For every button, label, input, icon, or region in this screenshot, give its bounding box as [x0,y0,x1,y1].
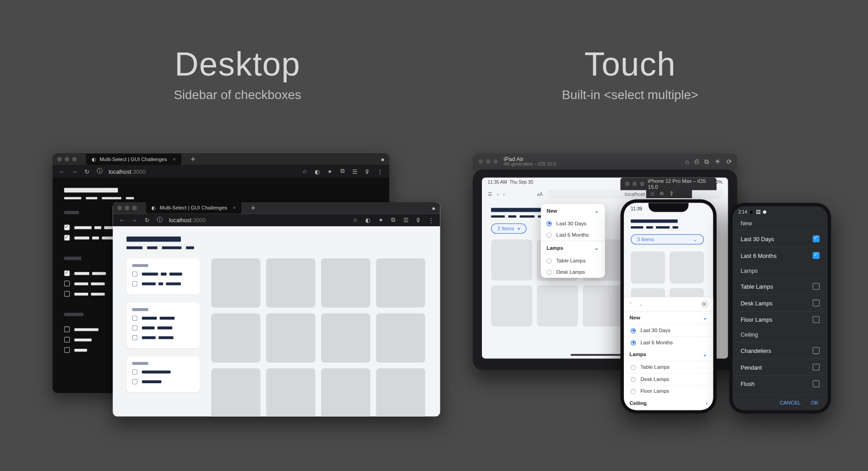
star-icon[interactable]: ☆ [301,168,308,175]
option-row[interactable]: Chandeliers [732,342,827,359]
checkbox-row[interactable] [132,379,194,384]
mic-icon[interactable]: 🎙 [415,217,422,223]
option-row[interactable]: Floor Lamps [732,311,827,328]
product-tile[interactable] [376,368,425,416]
checkbox-icon[interactable] [64,347,70,353]
star-icon[interactable]: ☆ [352,217,359,223]
checkbox-icon[interactable] [64,235,70,241]
checkbox-icon[interactable] [813,316,820,323]
traffic-lights[interactable] [118,205,137,210]
ext2-icon[interactable]: ✦ [377,217,384,223]
checkbox-icon[interactable] [813,364,820,371]
checkbox-icon[interactable] [64,291,70,297]
prev-icon[interactable]: ⌃ [628,301,633,307]
menu-icon[interactable]: ⋮ [428,217,434,223]
checkbox-icon[interactable] [813,252,820,259]
checkbox-icon[interactable] [813,283,820,290]
cancel-button[interactable]: CANCEL [780,400,801,406]
traffic-lights[interactable] [625,181,644,186]
back-icon[interactable]: ← [118,217,125,223]
ext2-icon[interactable]: ✦ [326,168,333,175]
optgroup-header[interactable]: Lamps⌄ [624,348,713,361]
next-icon[interactable]: ⌄ [639,301,643,307]
ok-button[interactable]: OK [811,400,818,406]
checkbox-row[interactable] [132,316,194,321]
reload-icon[interactable]: ↻ [144,217,151,223]
select-sheet[interactable]: ⌃ ⌄ ✕ New⌄ Last 30 Days Last 6 Months La… [624,297,713,410]
checkbox-icon[interactable] [813,347,820,354]
optgroup-header[interactable]: Ceiling› [624,397,713,409]
option-row[interactable]: Desk Lamps [541,266,605,278]
product-tile[interactable] [266,314,316,363]
option-row[interactable]: Last 30 Days [541,218,605,229]
option-row[interactable]: Last 30 Days [732,230,827,247]
menu-icon[interactable]: ⋮ [377,168,383,175]
browser-tab[interactable]: ◐ Multi-Select | GUI Challenges × [146,202,242,214]
ext4-icon[interactable]: ☰ [351,168,358,175]
checkbox-icon[interactable] [132,335,137,340]
option-row[interactable]: Flush [732,375,827,392]
sidebar-icon[interactable]: ☰ [488,191,492,197]
option-row[interactable]: Table Lamps [541,255,605,266]
option-row[interactable]: Desk Lamps [624,373,713,385]
product-tile[interactable] [670,252,704,284]
product-tile[interactable] [266,258,316,308]
checkbox-icon[interactable] [813,381,820,387]
checkbox-icon[interactable] [132,379,137,384]
ext4-icon[interactable]: ☰ [402,217,409,223]
product-tile[interactable] [321,314,370,363]
ext3-icon[interactable]: ⧉ [390,217,396,224]
ext1-icon[interactable]: ◐ [364,217,371,223]
reload-icon[interactable]: ↻ [84,168,90,175]
select-dialog[interactable]: New Last 30 Days Last 6 Months Lamps Tab… [732,216,827,392]
filter-select[interactable]: 3 Items⌄ [631,234,704,245]
close-icon[interactable]: × [233,205,236,211]
checkbox-icon[interactable] [132,316,137,321]
checkbox-icon[interactable] [64,271,70,276]
sim-screenshot-icon[interactable]: ⎙ [695,158,699,165]
sim-home-icon[interactable]: ⌂ [651,190,654,197]
sim-tool-icon[interactable]: ⎋ [660,190,664,197]
forward-icon[interactable]: → [71,168,78,175]
back-icon[interactable]: ← [58,168,65,175]
product-tile[interactable] [211,314,260,363]
option-row[interactable]: Desk Lamps [732,295,827,311]
product-tile[interactable] [376,258,425,308]
mic-icon[interactable]: 🎙 [364,168,371,175]
option-row[interactable]: Last 6 Months [624,336,713,348]
traffic-lights[interactable] [478,159,498,164]
new-tab-button[interactable]: + [186,155,200,164]
optgroup-header[interactable]: New⌄ [624,312,713,324]
sim-tool-icon[interactable]: ⇪ [669,190,674,197]
window-close-icon[interactable]: ● [381,156,384,162]
sim-rotate-icon[interactable]: ⧉ [704,158,709,165]
forward-icon[interactable]: › [503,191,505,197]
forward-icon[interactable]: → [131,217,138,223]
back-icon[interactable]: ‹ [497,191,499,197]
product-tile[interactable] [491,239,532,281]
traffic-lights[interactable] [57,157,77,162]
product-tile[interactable] [211,368,260,416]
checkbox-row[interactable] [132,335,194,340]
checkbox-row[interactable] [132,325,194,330]
sim-home-icon[interactable]: ⌂ [685,158,689,165]
ext3-icon[interactable]: ⧉ [339,168,345,175]
optgroup-header[interactable]: New⌄ [541,204,605,218]
window-close-icon[interactable]: ● [432,205,435,211]
option-row[interactable]: Table Lamps [732,278,827,295]
checkbox-icon[interactable] [132,370,137,375]
product-tile[interactable] [631,252,665,284]
sim-appearance-icon[interactable]: ☀ [715,158,721,165]
close-icon[interactable]: × [173,157,176,162]
checkbox-icon[interactable] [64,224,70,230]
checkbox-icon[interactable] [813,300,820,306]
url-field[interactable]: localhost [547,190,722,199]
checkbox-icon[interactable] [132,325,137,330]
checkbox-icon[interactable] [64,281,70,286]
select-popover[interactable]: New⌄ Last 30 Days Last 6 Months Lamps⌄ T… [541,204,605,278]
url-field[interactable]: localhost:3000 [169,217,206,223]
option-row[interactable]: Last 30 Days [624,324,713,337]
new-tab-button[interactable]: + [246,203,260,212]
option-row[interactable]: Last 6 Months [541,229,605,240]
filter-select[interactable]: 2 Items [491,224,526,234]
